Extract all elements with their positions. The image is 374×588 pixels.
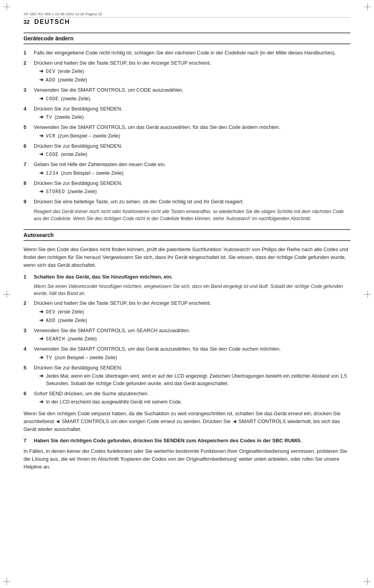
list-item: 1 Schalten Sie das Gerät, das Sie hinzuf… — [24, 273, 350, 297]
list-num: 9 — [24, 198, 29, 222]
list-item: 9 Drücken Sie eine beliebige Taste, um z… — [24, 198, 350, 222]
display-code: CODE — [46, 96, 59, 103]
arrow-icon: ➜ — [39, 113, 44, 121]
arrow-item: ➜ STORED (zweite Zeile) — [39, 188, 350, 195]
arrow-icon: ➜ — [39, 398, 44, 406]
arrow-icon: ➜ — [39, 132, 44, 140]
list-num: 7 — [24, 161, 29, 177]
arrow-item: ➜ TV (zweite Zeile) — [39, 113, 350, 121]
arrow-icon: ➜ — [39, 354, 44, 362]
list-num: 6 — [24, 142, 29, 159]
page-title: DEUTSCH — [34, 18, 70, 25]
display-code: ADD — [46, 77, 56, 84]
italic-note: Wenn Sie einen Videorecorder hinzufügen … — [34, 283, 350, 297]
section1-header: Gerätecode ändern — [24, 33, 350, 44]
page-header: 32 DEUTSCH — [24, 18, 350, 25]
list-item: 1 Falls der eingegebene Code nicht richt… — [24, 49, 350, 57]
arrow-item: ➜ DEV (erste Zeile) — [39, 67, 350, 75]
list-item: 5 Verwenden Sie die SMART CONTROLS, um d… — [24, 123, 350, 140]
page: XP SBC RU 865.1 15-08-2002 10:26 Pagina … — [0, 0, 374, 588]
display-code: TV — [46, 114, 52, 121]
display-code: 1234 — [46, 170, 59, 177]
list-num: 5 — [24, 364, 29, 387]
list-content: Drücken und halten Sie die Taste SETUP, … — [34, 59, 350, 84]
arrow-item: ➜ 1234 (zum Beispiel – zweite Zeile) — [39, 169, 350, 177]
section2-intro: Wenn Sie den Code des Gerätes nicht find… — [24, 246, 350, 269]
list-num: 2 — [24, 59, 29, 84]
arrow-icon: ➜ — [39, 335, 44, 343]
reg-mark-tr — [364, 3, 371, 10]
arrow-item: ➜ ADD (zweite Zeile) — [39, 76, 350, 84]
doc-ref: XP SBC RU 865.1 15-08-2002 10:26 Pagina … — [24, 12, 102, 16]
list-content: Falls der eingegebene Code nicht richtig… — [34, 49, 350, 57]
list-content: Verwenden Sie die SMART CONTROLS, um das… — [34, 123, 350, 140]
list-item: 7 Geben Sie mit Hilfe der Zahlentasten d… — [24, 161, 350, 177]
reg-mark-br — [364, 578, 371, 585]
list-content: Verwenden Sie die SMART CONTROLS, um das… — [34, 345, 350, 362]
list-content: Drücken Sie eine beliebige Taste, um zu … — [34, 198, 350, 222]
list-content: Schalten Sie das Gerät, das Sie hinzufüg… — [34, 273, 350, 297]
page-number: 32 — [24, 19, 30, 25]
display-code: VCR — [46, 133, 56, 140]
arrow-icon: ➜ — [39, 169, 44, 177]
list-item: 4 Verwenden Sie die SMART CONTROLS, um d… — [24, 345, 350, 362]
list-content: Drücken Sie zur Bestätigung SENDEN. ➜ TV… — [34, 105, 350, 121]
arrow-icon: ➜ — [39, 76, 44, 84]
arrow-item: ➜ DEV (erste Zeile) — [39, 308, 350, 316]
section1-list: 1 Falls der eingegebene Code nicht richt… — [24, 49, 350, 222]
list-content: Geben Sie mit Hilfe der Zahlentasten den… — [34, 161, 350, 177]
section2-para-between: Wenn Sie den richtigen Code verpasst hab… — [24, 410, 350, 433]
reg-mark-bl — [3, 578, 10, 585]
display-code: DEV — [46, 68, 56, 75]
list-num: 2 — [24, 299, 29, 324]
list-num: 7 — [24, 438, 29, 443]
list-item: 8 Drücken Sie zur Bestätigung SENDEN. ➜ … — [24, 179, 350, 196]
display-code: TV — [46, 355, 52, 362]
display-code: STORED — [46, 188, 65, 195]
list-item: 3 Verwenden Sie die SMART CONTROLS, um S… — [24, 327, 350, 343]
list-content: Drücken Sie zur Bestätigung SENDEN. ➜ CO… — [34, 142, 350, 159]
list-num: 3 — [24, 327, 29, 343]
display-code: DEV — [46, 309, 56, 316]
list-item: 5 Drücken Sie zur Bestätigung SENDEN. ➜ … — [24, 364, 350, 387]
list-content: Drücken und halten Sie die Taste SETUP, … — [34, 299, 350, 324]
list-num: 8 — [24, 179, 29, 196]
list-content: Verwenden Sie die SMART CONTROLS, um COD… — [34, 86, 350, 103]
arrow-item: ➜ Jedes Mal, wenn ein Code übertragen wi… — [39, 372, 350, 387]
list-item: 2 Drücken und halten Sie die Taste SETUP… — [24, 59, 350, 84]
arrow-icon: ➜ — [39, 308, 44, 316]
list-num: 6 — [24, 390, 29, 406]
arrow-icon: ➜ — [39, 188, 44, 195]
list-num: 3 — [24, 86, 29, 103]
list-item: 2 Drücken und halten Sie die Taste SETUP… — [24, 299, 350, 324]
list-content: Drücken Sie zur Bestätigung SENDEN. ➜ ST… — [34, 179, 350, 196]
arrow-item: ➜ SEARCH (zweite Zeile) — [39, 335, 350, 343]
list-item: 6 Sofort SEND drücken, um die Suche abzu… — [24, 390, 350, 406]
arrow-icon: ➜ — [39, 150, 44, 158]
section2-header: Autosearch — [24, 229, 350, 241]
list-content: Drücken Sie zur Bestätigung SENDEN. ➜ Je… — [34, 364, 350, 387]
list-num: 1 — [24, 49, 29, 57]
list-num: 5 — [24, 123, 29, 140]
list-content: Sofort SEND drücken, um die Suche abzubr… — [34, 390, 350, 406]
italic-note: Reagiert das Gerät immer noch nicht oder… — [34, 208, 350, 222]
top-meta-bar: XP SBC RU 865.1 15-08-2002 10:26 Pagina … — [24, 12, 350, 18]
display-code: SEARCH — [46, 336, 65, 343]
display-code: CODE — [46, 151, 59, 158]
reg-mark-mr — [364, 291, 371, 298]
arrow-icon: ➜ — [39, 372, 44, 380]
arrow-item: ➜ TV (zum Beispiel – zweite Zeile) — [39, 354, 350, 362]
section2-item7: 7 Haben Sie den richtigen Code gefunden,… — [24, 438, 350, 443]
list-num: 4 — [24, 345, 29, 362]
arrow-icon: ➜ — [39, 317, 44, 324]
reg-mark-tl — [3, 3, 10, 10]
list-num: 4 — [24, 105, 29, 121]
list-item: 4 Drücken Sie zur Bestätigung SENDEN. ➜ … — [24, 105, 350, 121]
arrow-item: ➜ In der LCD erscheint das ausgewählte G… — [39, 398, 350, 406]
arrow-icon: ➜ — [39, 67, 44, 75]
display-code: ADD — [46, 317, 56, 324]
list-item: 6 Drücken Sie zur Bestätigung SENDEN. ➜ … — [24, 142, 350, 159]
arrow-item: ➜ CODE (zweite Zeile) — [39, 95, 350, 103]
list-num: 1 — [24, 273, 29, 297]
list-content: Verwenden Sie die SMART CONTROLS, um SEA… — [34, 327, 350, 343]
